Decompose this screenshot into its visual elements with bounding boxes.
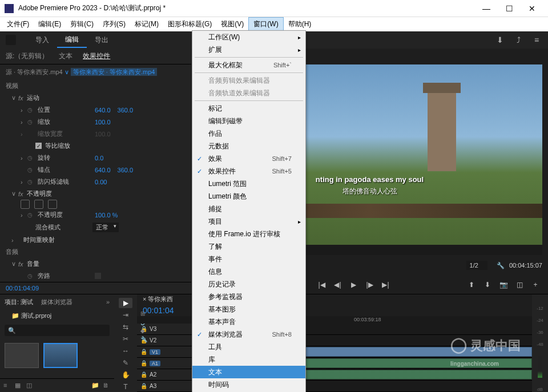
lift-button[interactable]: ⬆ — [465, 278, 478, 291]
new-item-icon[interactable]: 🗎 — [103, 382, 111, 390]
tab-project[interactable]: 项目: 测试 — [5, 298, 33, 306]
button-editor[interactable]: + — [529, 278, 542, 291]
track-a3[interactable]: 🔒A3 — [137, 381, 200, 392]
selection-tool[interactable]: ▶ — [119, 298, 132, 308]
goto-out-button[interactable]: ▶| — [379, 278, 393, 291]
razor-tool[interactable]: ✂ — [119, 334, 132, 344]
menu-item[interactable]: 时间码 — [192, 378, 305, 391]
menu-item[interactable]: 工作区(W) — [192, 31, 305, 43]
workspace-export[interactable]: 导出 — [87, 33, 116, 47]
type-tool[interactable]: T — [119, 382, 132, 392]
menu-item[interactable]: 工具 — [192, 341, 305, 353]
quick-export-icon[interactable]: ⬇ — [494, 34, 506, 46]
ripple-tool[interactable]: ⇆ — [119, 322, 132, 332]
menu-item[interactable]: 标记 — [192, 102, 305, 115]
maximize-button[interactable]: ☐ — [498, 1, 521, 17]
freeform-view-icon[interactable]: ◫ — [26, 382, 34, 390]
settings-icon[interactable]: 🔧 — [140, 336, 148, 343]
icon-view-icon[interactable]: ▦ — [15, 382, 23, 390]
menu-item[interactable]: ✓效果Shift+7 — [192, 152, 305, 165]
ellipse-mask-icon[interactable] — [21, 200, 30, 209]
tab-media-browser[interactable]: 媒体浏览器 — [41, 298, 72, 306]
pen-mask-icon[interactable] — [48, 200, 57, 209]
group-opacity[interactable]: ∨fx不透明度 — [0, 188, 191, 200]
breadcrumb-sequence[interactable]: 等你来西安 · 等你来西安.mp4 — [71, 68, 158, 76]
menu-item[interactable]: 文本 — [192, 366, 305, 378]
hand-tool[interactable]: ✋ — [119, 370, 132, 380]
workspace-menu-icon[interactable]: ≡ — [531, 34, 542, 46]
workspace-edit[interactable]: 编辑 — [57, 33, 87, 48]
menu-item[interactable]: 使用 Frame.io 进行审核 — [192, 228, 305, 240]
rect-mask-icon[interactable] — [34, 200, 43, 209]
bin-thumb-2[interactable] — [43, 343, 78, 368]
goto-in-button[interactable]: |◀ — [315, 278, 329, 291]
tab-source[interactable]: 源:（无剪辑） — [6, 51, 49, 61]
menu-item[interactable]: 编辑到磁带 — [192, 115, 305, 127]
track-a1[interactable]: 🔒A1 — [137, 358, 200, 369]
settings-icon[interactable]: 🔧 — [497, 262, 505, 269]
menu-item[interactable]: 参考监视器 — [192, 290, 305, 303]
play-button[interactable]: ▶ — [347, 278, 361, 291]
step-forward-button[interactable]: |▶ — [363, 278, 377, 291]
menu-window[interactable]: 窗口(W) — [248, 17, 283, 31]
minimize-button[interactable]: — — [475, 1, 498, 17]
blend-mode-select[interactable]: 正常 — [92, 223, 119, 232]
menu-item[interactable]: 信息 — [192, 265, 305, 278]
marker-icon[interactable]: ◆ — [140, 328, 148, 334]
tab-effect-controls[interactable]: 效果控件 — [83, 51, 110, 61]
menu-item[interactable]: 作品 — [192, 127, 305, 140]
menu-item[interactable]: Lumetri 颜色 — [192, 190, 305, 203]
export-frame-button[interactable]: 📷 — [497, 278, 510, 291]
menu-sequence[interactable]: 序列(S) — [98, 18, 130, 31]
menu-help[interactable]: 帮助(H) — [284, 18, 316, 31]
menu-item[interactable]: 基本图形 — [192, 303, 305, 316]
bypass-checkbox[interactable] — [95, 273, 101, 279]
new-bin-icon[interactable]: 📁 — [91, 382, 99, 390]
home-icon[interactable] — [6, 35, 16, 45]
menu-view[interactable]: 视图(V) — [216, 18, 248, 31]
menu-item[interactable]: 事件 — [192, 253, 305, 265]
tab-text[interactable]: 文本 — [59, 51, 72, 61]
menu-item[interactable]: 项目 — [192, 215, 305, 228]
menu-marker[interactable]: 标记(M) — [130, 18, 163, 31]
panel-menu-icon[interactable]: » — [106, 298, 110, 305]
workspace-import[interactable]: 导入 — [27, 33, 57, 47]
group-motion[interactable]: ∨fx运动 — [0, 92, 191, 104]
track-select-tool[interactable]: ⇥ — [119, 310, 132, 320]
menu-item[interactable]: 扩展 — [192, 43, 305, 56]
slip-tool[interactable]: ↔ — [119, 346, 132, 356]
menu-item[interactable]: 元数据 — [192, 140, 305, 152]
effect-timecode: 00:01:04:09 — [0, 282, 191, 294]
menu-file[interactable]: 文件(F) — [2, 18, 34, 31]
menu-item[interactable]: 历史记录 — [192, 278, 305, 290]
menu-item[interactable]: 最大化框架Shift+` — [192, 59, 305, 71]
menu-clip[interactable]: 剪辑(C) — [66, 18, 98, 31]
compare-button[interactable]: ◫ — [513, 278, 526, 291]
project-search[interactable]: 🔍 — [5, 325, 110, 336]
menu-item[interactable]: Lumetri 范围 — [192, 177, 305, 190]
prop-uniform-scale: ✓等比缩放 — [0, 140, 191, 152]
bin-thumb-1[interactable] — [5, 343, 39, 368]
project-thumbnails — [0, 338, 114, 373]
list-view-icon[interactable]: ≡ — [3, 382, 11, 390]
menu-item[interactable]: 了解 — [192, 240, 305, 253]
share-icon[interactable]: ⤴ — [513, 34, 524, 46]
resolution-select[interactable]: 1/2 — [466, 261, 487, 270]
menu-item[interactable]: 库 — [192, 353, 305, 366]
menu-item[interactable]: ✓效果控件Shift+5 — [192, 165, 305, 177]
uniform-scale-checkbox[interactable]: ✓ — [35, 143, 42, 149]
menu-item[interactable]: ✓媒体浏览器Shift+8 — [192, 328, 305, 341]
step-back-button[interactable]: ◀| — [331, 278, 345, 291]
track-a2[interactable]: 🔒A2 — [137, 369, 200, 381]
timeline-tab[interactable]: × 等你来西 — [143, 295, 173, 304]
group-volume[interactable]: ∨fx音量 — [0, 258, 191, 270]
close-button[interactable]: ✕ — [521, 1, 543, 17]
extract-button[interactable]: ⬇ — [481, 278, 494, 291]
pen-tool[interactable]: ✎ — [119, 358, 132, 368]
group-time-remap[interactable]: › 时间重映射 — [0, 234, 191, 246]
menu-item[interactable]: 基本声音 — [192, 316, 305, 328]
menu-graphics[interactable]: 图形和标题(G) — [163, 18, 216, 31]
track-v1[interactable]: 🔒V1 — [137, 346, 200, 358]
menu-edit[interactable]: 编辑(E) — [34, 18, 66, 31]
menu-item[interactable]: 捕捉 — [192, 203, 305, 215]
